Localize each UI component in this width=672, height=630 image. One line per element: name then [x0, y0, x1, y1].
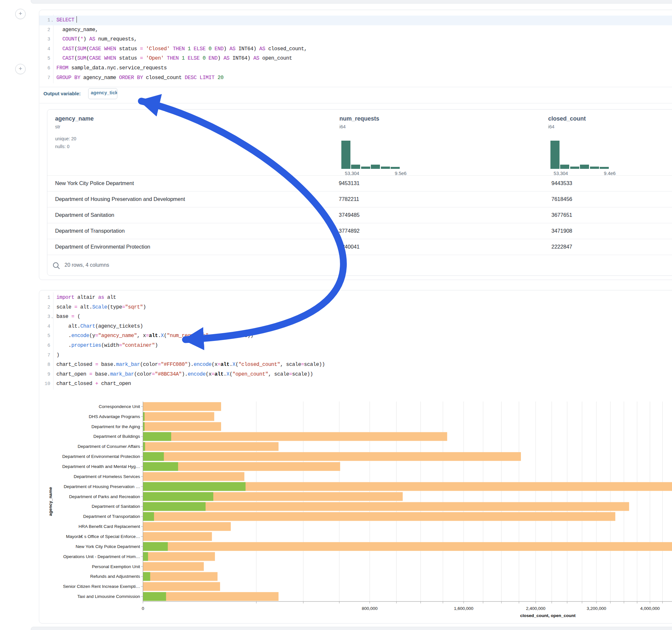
table-row[interactable]: Department of Transportation377489234719… [47, 223, 672, 239]
bar-open-count [143, 502, 206, 511]
cell-closed-count: 3677651 [551, 212, 572, 218]
histogram-num-requests [341, 141, 400, 169]
table-row[interactable]: Department of Sanitation37494853677651 [47, 207, 672, 223]
cell-num-requests: 3774892 [339, 228, 360, 234]
bar-open-count [143, 482, 245, 491]
histogram-bar [391, 167, 400, 169]
x-axis-tick-label: 1,600,000 [454, 606, 473, 611]
bar-closed-count [143, 512, 615, 521]
y-axis-label: Department of Consumer Affairs [77, 444, 140, 449]
bar-closed-count [143, 412, 214, 421]
y-axis-label: Department of Housing Preservation … [64, 484, 140, 489]
x-axis-tick-label: 3,200,000 [587, 606, 606, 611]
result-table: agency_name str unique: 20 nulls: 0 num_… [47, 109, 672, 276]
add-cell-button-top[interactable]: + [15, 9, 26, 19]
column-type-closed-count: i64 [548, 124, 554, 129]
code-line[interactable]: 7) [39, 350, 672, 360]
column-meta-nulls: nulls: 0 [55, 144, 69, 149]
bar-open-count [143, 412, 145, 421]
x-axis-tick-label: 4,000,000 [640, 606, 660, 611]
bar-closed-count [143, 422, 221, 431]
y-axis-label: Department for the Aging [91, 424, 140, 429]
bar-closed-count [143, 452, 521, 461]
bar-open-count [143, 492, 213, 501]
table-row[interactable]: Department of Housing Preservation and D… [47, 191, 672, 208]
table-row[interactable]: New York City Police Department945313194… [47, 175, 672, 192]
cell-num-requests: 3749485 [339, 212, 360, 218]
y-axis-label: Department of Buildings [93, 434, 140, 439]
code-line[interactable]: 3⌄base = ( [39, 312, 672, 322]
code-line[interactable]: 4 alt.Chart(agency_tickets) [39, 322, 672, 332]
code-line[interactable]: 6 .properties(width="container") [39, 341, 672, 350]
code-line[interactable]: 9chart_open = base.mark_bar(color="#8BC3… [39, 370, 672, 380]
y-axis-label: New York City Police Department [75, 544, 140, 549]
y-axis-title: agency_name [48, 487, 53, 516]
code-line[interactable]: 6FROM sample_data.nyc.service_requests [39, 64, 672, 73]
cell-agency-name: Department of Housing Preservation and D… [55, 196, 185, 202]
bar-open-count [143, 572, 150, 581]
table-footer: 20 rows, 4 columns [47, 260, 672, 275]
cell-agency-name: Department of Sanitation [55, 212, 115, 218]
bar-open-count [143, 422, 145, 431]
bar-open-count [143, 512, 154, 521]
sql-code-editor[interactable]: 1⌄SELECT2 agency_name,3 COUNT(*) AS num_… [39, 16, 672, 83]
histogram-bar [381, 167, 390, 169]
cell-agency-name: New York City Police Department [55, 180, 134, 186]
bar-closed-count [143, 502, 629, 511]
column-header-num-requests[interactable]: num_requests [339, 115, 379, 122]
y-axis-label: Mayorâ€ s Office of Special Enforce… [66, 534, 140, 539]
python-code-editor[interactable]: 1import altair as alt2scale = alt.Scale(… [39, 293, 672, 389]
code-line[interactable]: 4 CAST(SUM(CASE WHEN status = 'Closed' T… [39, 44, 672, 54]
y-axis-label: Department of Parks and Recreation [69, 494, 140, 499]
histogram-bar [590, 167, 599, 169]
search-icon[interactable] [52, 261, 61, 270]
fold-chevron-icon[interactable]: ⌄ [51, 312, 56, 322]
bar-chart-output: Correspondence UnitDHS Advantage Program… [0, 398, 672, 630]
x-axis-tick-label: 800,000 [362, 606, 378, 611]
bar-closed-count [143, 552, 215, 561]
y-axis-label: DHS Advantage Programs [89, 414, 140, 419]
histogram-bar [600, 167, 609, 169]
histogram-bar [570, 167, 579, 169]
cell-closed-count: 9443533 [551, 180, 572, 186]
y-axis-label: HRA Benefit Card Replacement [78, 524, 140, 529]
column-header-closed-count[interactable]: closed_count [548, 115, 586, 122]
code-line[interactable]: 2 agency_name, [39, 25, 672, 35]
column-header-agency-name[interactable]: agency_name [55, 115, 94, 122]
output-variable-label: Output variable: [44, 91, 81, 96]
y-axis-label: Senior Citizen Rent Increase Exempti… [63, 584, 140, 589]
bar-open-count [143, 592, 166, 601]
fold-chevron-icon[interactable]: ⌄ [51, 16, 56, 26]
code-line[interactable]: 7GROUP BY agency_name ORDER BY closed_co… [39, 73, 672, 83]
histogram-closed-count [550, 141, 609, 169]
bar-open-count [143, 552, 148, 561]
code-line[interactable]: 1⌄SELECT [39, 16, 672, 25]
histogram-bar [341, 141, 351, 169]
column-type-num-requests: i64 [339, 124, 345, 129]
cell-num-requests: 7782211 [339, 196, 359, 202]
code-line[interactable]: 5 CAST(SUM(CASE WHEN status = 'Open' THE… [39, 54, 672, 64]
x-axis-title: closed_count, open_count [520, 613, 576, 618]
code-line[interactable]: 3 COUNT(*) AS num_requests, [39, 35, 672, 44]
column-meta-unique: unique: 20 [55, 136, 76, 141]
histogram-bar [351, 165, 360, 169]
x-axis-tick-label: 2,400,000 [526, 606, 545, 611]
y-axis-label: Operations Unit - Department of Hom… [63, 554, 140, 559]
y-axis-label: Refunds and Adjustments [90, 574, 140, 579]
code-line[interactable]: 2scale = alt.Scale(type="sqrt") [39, 303, 672, 312]
y-axis-label: Department of Sanitation [92, 504, 140, 509]
code-line[interactable]: 8chart_closed = base.mark_bar(color="#FF… [39, 360, 672, 370]
bar-open-count [143, 542, 168, 551]
output-variable-pill[interactable]: agency_tickets [88, 88, 117, 99]
cell-agency-name: Department of Transportation [55, 228, 125, 234]
code-line[interactable]: 10chart_closed + chart_open [39, 379, 672, 389]
y-axis-label: Taxi and Limousine Commission [77, 594, 140, 599]
add-cell-button-middle[interactable]: + [15, 64, 26, 74]
cell-num-requests: 9453131 [339, 180, 360, 186]
code-line[interactable]: 5 .encode(y="agency_name", x=alt.X("num_… [39, 331, 672, 341]
code-line[interactable]: 1import altair as alt [39, 293, 672, 303]
bar-closed-count [143, 402, 221, 411]
bar-closed-count [143, 432, 447, 441]
table-row[interactable]: Department of Environmental Protection22… [47, 239, 672, 255]
bar-closed-count [143, 522, 231, 531]
